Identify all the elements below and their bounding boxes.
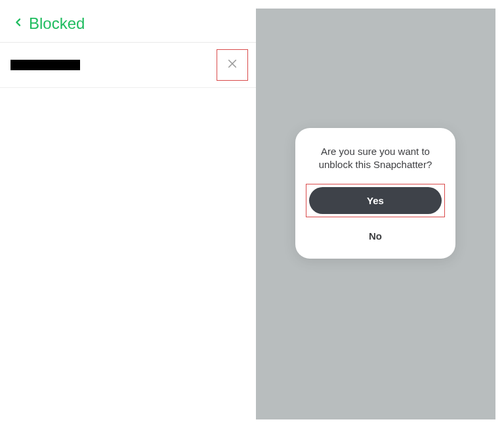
blocked-user-name xyxy=(10,60,80,70)
no-button[interactable]: No xyxy=(306,224,445,246)
back-icon[interactable] xyxy=(13,15,24,32)
dialog-line1: Are you sure you want to xyxy=(321,146,430,157)
dialog-message: Are you sure you want to unblock this Sn… xyxy=(306,145,445,172)
modal-backdrop: Are you sure you want to unblock this Sn… xyxy=(256,9,495,419)
confirm-dialog: Are you sure you want to unblock this Sn… xyxy=(295,128,455,259)
blocked-list-panel: Blocked xyxy=(0,0,256,428)
yes-highlight: Yes xyxy=(306,184,445,217)
close-icon xyxy=(226,58,238,72)
page-title: Blocked xyxy=(29,14,85,33)
yes-button[interactable]: Yes xyxy=(309,187,442,214)
dialog-line2: unblock this Snapchatter? xyxy=(319,159,432,170)
blocked-user-row xyxy=(0,43,256,88)
unblock-button[interactable] xyxy=(217,49,248,81)
header: Blocked xyxy=(0,0,256,43)
